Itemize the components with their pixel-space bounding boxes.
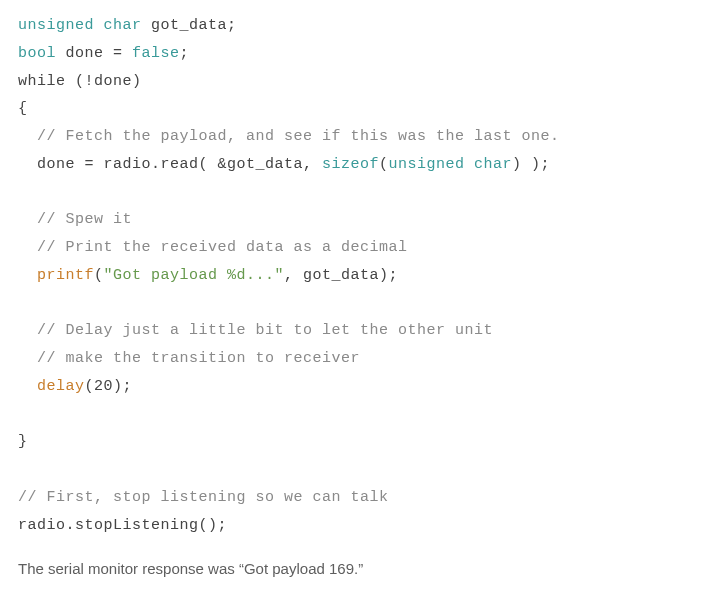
code-text: ) ); [512,156,550,173]
code-text: ( [94,267,104,284]
code-comment: // Spew it [18,211,132,228]
code-comment: // Print the received data as a decimal [18,239,408,256]
code-block: unsigned char got_data; bool done = fals… [18,12,688,539]
code-text: done = radio.read( &got_data, [18,156,322,173]
code-text [18,267,37,284]
keyword-type: unsigned char [18,17,142,34]
code-text: , got_data); [284,267,398,284]
keyword-bool: bool [18,45,56,62]
code-text: } [18,433,28,450]
keyword-sizeof: sizeof [322,156,379,173]
fn-printf: printf [37,267,94,284]
fn-delay: delay [37,378,85,395]
code-text: { [18,100,28,117]
footer-text: The serial monitor response was “Got pay… [18,555,688,583]
code-text: ; [180,45,190,62]
keyword-false: false [132,45,180,62]
code-text: got_data; [142,17,237,34]
code-text: ( [379,156,389,173]
code-comment: // Fetch the payload, and see if this wa… [18,128,560,145]
code-comment: // make the transition to receiver [18,350,360,367]
code-text: while (!done) [18,73,142,90]
code-text: (20); [85,378,133,395]
keyword-type: unsigned char [389,156,513,173]
code-comment: // Delay just a little bit to let the ot… [18,322,493,339]
code-text [18,378,37,395]
code-text: done = [56,45,132,62]
string-literal: "Got payload %d..." [104,267,285,284]
code-comment: // First, stop listening so we can talk [18,489,389,506]
code-text: radio.stopListening(); [18,517,227,534]
